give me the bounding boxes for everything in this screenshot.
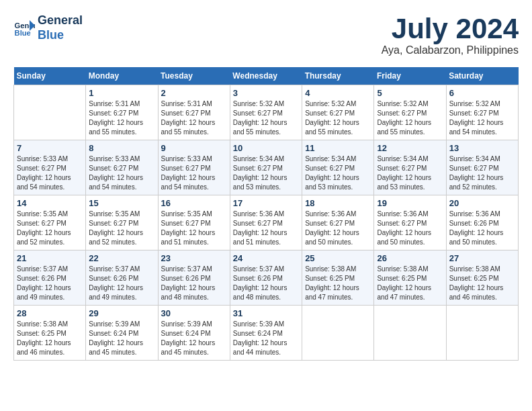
day-info: Sunrise: 5:32 AMSunset: 6:27 PMDaylight:… (449, 99, 515, 137)
day-number: 9 (161, 143, 227, 153)
calendar-body: 1Sunrise: 5:31 AMSunset: 6:27 PMDaylight… (14, 85, 519, 361)
day-info: Sunrise: 5:38 AMSunset: 6:25 PMDaylight:… (377, 265, 443, 302)
calendar-cell: 5Sunrise: 5:32 AMSunset: 6:27 PMDaylight… (374, 85, 446, 140)
day-info: Sunrise: 5:38 AMSunset: 6:25 PMDaylight:… (305, 265, 371, 302)
day-info: Sunrise: 5:39 AMSunset: 6:24 PMDaylight:… (89, 320, 154, 357)
day-info: Sunrise: 5:34 AMSunset: 6:27 PMDaylight:… (377, 154, 443, 192)
day-info: Sunrise: 5:37 AMSunset: 6:26 PMDaylight:… (17, 265, 83, 302)
day-number: 17 (233, 198, 299, 208)
day-info: Sunrise: 5:39 AMSunset: 6:24 PMDaylight:… (233, 320, 299, 357)
logo-line1: General (38, 13, 83, 28)
calendar-cell (446, 306, 518, 361)
day-number: 20 (449, 198, 515, 208)
day-info: Sunrise: 5:36 AMSunset: 6:27 PMDaylight:… (305, 210, 371, 247)
day-number: 18 (305, 198, 371, 208)
day-number: 2 (161, 88, 227, 98)
calendar-cell: 31Sunrise: 5:39 AMSunset: 6:24 PMDayligh… (230, 306, 302, 361)
calendar-cell: 7Sunrise: 5:33 AMSunset: 6:27 PMDaylight… (14, 140, 86, 195)
day-info: Sunrise: 5:34 AMSunset: 6:27 PMDaylight:… (305, 154, 371, 192)
day-number: 16 (161, 198, 227, 208)
day-info: Sunrise: 5:36 AMSunset: 6:27 PMDaylight:… (377, 210, 443, 247)
calendar-cell: 16Sunrise: 5:35 AMSunset: 6:27 PMDayligh… (158, 195, 230, 250)
calendar-cell: 12Sunrise: 5:34 AMSunset: 6:27 PMDayligh… (374, 140, 446, 195)
day-info: Sunrise: 5:35 AMSunset: 6:27 PMDaylight:… (89, 210, 154, 247)
logo-line2: Blue (38, 28, 83, 43)
calendar-cell: 11Sunrise: 5:34 AMSunset: 6:27 PMDayligh… (302, 140, 374, 195)
calendar-cell: 24Sunrise: 5:37 AMSunset: 6:26 PMDayligh… (230, 250, 302, 306)
day-info: Sunrise: 5:33 AMSunset: 6:27 PMDaylight:… (17, 154, 83, 192)
day-number: 30 (161, 308, 227, 318)
col-wednesday: Wednesday (230, 67, 302, 85)
svg-text:Blue: Blue (15, 29, 31, 37)
day-number: 21 (17, 253, 83, 263)
calendar-cell: 26Sunrise: 5:38 AMSunset: 6:25 PMDayligh… (374, 250, 446, 306)
day-number: 8 (89, 143, 154, 153)
logo-icon: General Blue (13, 17, 35, 39)
calendar-week-1: 1Sunrise: 5:31 AMSunset: 6:27 PMDaylight… (14, 85, 519, 140)
title-area: July 2024 Aya, Calabarzon, Philippines (382, 13, 519, 56)
calendar-cell: 10Sunrise: 5:34 AMSunset: 6:27 PMDayligh… (230, 140, 302, 195)
day-number: 3 (233, 88, 299, 98)
header-row: Sunday Monday Tuesday Wednesday Thursday… (14, 67, 519, 85)
day-info: Sunrise: 5:38 AMSunset: 6:25 PMDaylight:… (17, 320, 83, 357)
day-info: Sunrise: 5:33 AMSunset: 6:27 PMDaylight:… (89, 154, 154, 192)
day-info: Sunrise: 5:34 AMSunset: 6:27 PMDaylight:… (233, 154, 299, 192)
day-info: Sunrise: 5:35 AMSunset: 6:27 PMDaylight:… (161, 210, 227, 247)
calendar-cell: 20Sunrise: 5:36 AMSunset: 6:26 PMDayligh… (446, 195, 518, 250)
day-number: 19 (377, 198, 443, 208)
day-number: 5 (377, 88, 443, 98)
calendar-cell (374, 306, 446, 361)
day-number: 23 (161, 253, 227, 263)
col-monday: Monday (86, 67, 158, 85)
day-info: Sunrise: 5:37 AMSunset: 6:26 PMDaylight:… (233, 265, 299, 302)
day-number: 15 (89, 198, 154, 208)
calendar-cell: 21Sunrise: 5:37 AMSunset: 6:26 PMDayligh… (14, 250, 86, 306)
day-number: 26 (377, 253, 443, 263)
calendar-cell: 8Sunrise: 5:33 AMSunset: 6:27 PMDaylight… (86, 140, 158, 195)
col-friday: Friday (374, 67, 446, 85)
day-number: 4 (305, 88, 371, 98)
day-number: 6 (449, 88, 515, 98)
calendar-cell: 23Sunrise: 5:37 AMSunset: 6:26 PMDayligh… (158, 250, 230, 306)
day-number: 28 (17, 308, 83, 318)
day-number: 11 (305, 143, 371, 153)
day-number: 22 (89, 253, 154, 263)
day-info: Sunrise: 5:35 AMSunset: 6:27 PMDaylight:… (17, 210, 83, 247)
calendar-cell: 30Sunrise: 5:39 AMSunset: 6:24 PMDayligh… (158, 306, 230, 361)
calendar-week-2: 7Sunrise: 5:33 AMSunset: 6:27 PMDaylight… (14, 140, 519, 195)
month-year-title: July 2024 (382, 13, 519, 44)
day-info: Sunrise: 5:32 AMSunset: 6:27 PMDaylight:… (377, 99, 443, 137)
day-info: Sunrise: 5:34 AMSunset: 6:27 PMDaylight:… (449, 154, 515, 192)
calendar-cell: 19Sunrise: 5:36 AMSunset: 6:27 PMDayligh… (374, 195, 446, 250)
calendar-cell: 3Sunrise: 5:32 AMSunset: 6:27 PMDaylight… (230, 85, 302, 140)
day-info: Sunrise: 5:38 AMSunset: 6:25 PMDaylight:… (449, 265, 515, 302)
day-number: 31 (233, 308, 299, 318)
day-info: Sunrise: 5:32 AMSunset: 6:27 PMDaylight:… (305, 99, 371, 137)
calendar-cell: 4Sunrise: 5:32 AMSunset: 6:27 PMDaylight… (302, 85, 374, 140)
calendar-cell: 18Sunrise: 5:36 AMSunset: 6:27 PMDayligh… (302, 195, 374, 250)
calendar-week-3: 14Sunrise: 5:35 AMSunset: 6:27 PMDayligh… (14, 195, 519, 250)
day-number: 27 (449, 253, 515, 263)
calendar-cell: 28Sunrise: 5:38 AMSunset: 6:25 PMDayligh… (14, 306, 86, 361)
header: General Blue General Blue July 2024 Aya,… (13, 13, 519, 56)
calendar-cell: 27Sunrise: 5:38 AMSunset: 6:25 PMDayligh… (446, 250, 518, 306)
logo: General Blue General Blue (13, 13, 83, 42)
day-info: Sunrise: 5:33 AMSunset: 6:27 PMDaylight:… (161, 154, 227, 192)
day-info: Sunrise: 5:31 AMSunset: 6:27 PMDaylight:… (89, 99, 154, 137)
day-info: Sunrise: 5:37 AMSunset: 6:26 PMDaylight:… (161, 265, 227, 302)
day-number: 10 (233, 143, 299, 153)
calendar-cell: 1Sunrise: 5:31 AMSunset: 6:27 PMDaylight… (86, 85, 158, 140)
calendar-cell: 9Sunrise: 5:33 AMSunset: 6:27 PMDaylight… (158, 140, 230, 195)
calendar-cell: 15Sunrise: 5:35 AMSunset: 6:27 PMDayligh… (86, 195, 158, 250)
calendar-cell: 29Sunrise: 5:39 AMSunset: 6:24 PMDayligh… (86, 306, 158, 361)
calendar-cell (302, 306, 374, 361)
day-info: Sunrise: 5:36 AMSunset: 6:26 PMDaylight:… (449, 210, 515, 247)
calendar-cell: 6Sunrise: 5:32 AMSunset: 6:27 PMDaylight… (446, 85, 518, 140)
day-info: Sunrise: 5:32 AMSunset: 6:27 PMDaylight:… (233, 99, 299, 137)
day-number: 25 (305, 253, 371, 263)
day-number: 29 (89, 308, 154, 318)
calendar-cell (14, 85, 86, 140)
calendar-table: Sunday Monday Tuesday Wednesday Thursday… (13, 67, 519, 361)
day-info: Sunrise: 5:36 AMSunset: 6:27 PMDaylight:… (233, 210, 299, 247)
day-info: Sunrise: 5:31 AMSunset: 6:27 PMDaylight:… (161, 99, 227, 137)
